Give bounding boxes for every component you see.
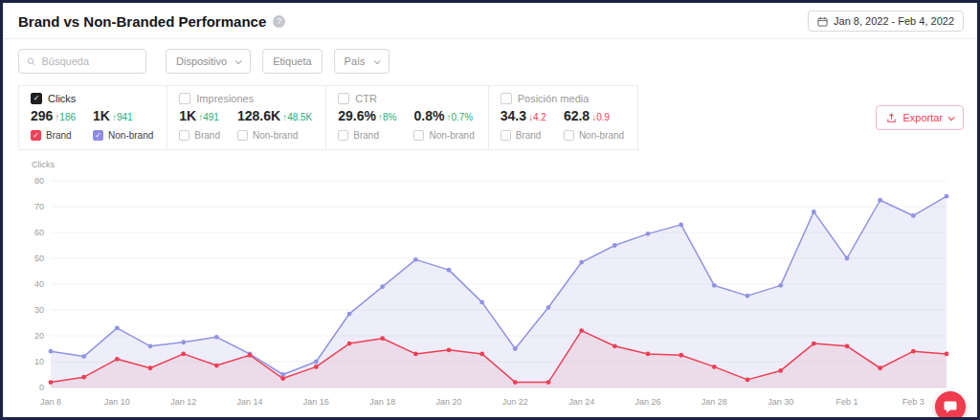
nonbrand-value: 0.8% bbox=[413, 108, 444, 123]
chevron-down-icon bbox=[948, 114, 955, 121]
device-select[interactable]: Dispositivo bbox=[166, 49, 251, 74]
nonbrand-toggle[interactable]: Non-brand bbox=[93, 130, 153, 141]
metric-label: CTR bbox=[355, 93, 377, 104]
metric-toggle-clicks[interactable]: Clicks bbox=[31, 93, 153, 104]
brand-checkbox[interactable] bbox=[338, 130, 348, 141]
svg-text:Feb 3: Feb 3 bbox=[902, 397, 924, 407]
calendar-icon bbox=[817, 16, 828, 27]
clicks-checkbox[interactable] bbox=[31, 93, 42, 104]
export-button[interactable]: Exportar bbox=[876, 105, 964, 130]
avg-position-checkbox[interactable] bbox=[501, 93, 512, 104]
metric-toggle-impressions[interactable]: Impresiones bbox=[179, 93, 312, 104]
search-icon bbox=[27, 56, 36, 67]
chevron-down-icon bbox=[373, 57, 380, 64]
brand-value: 29.6% bbox=[338, 108, 376, 123]
nonbrand-toggle[interactable]: Non-brand bbox=[413, 130, 474, 141]
brand-delta: ↓4.2 bbox=[528, 112, 546, 122]
metric-card-avg-position: Posición media 34.3↓4.2 Brand 62.8↓0.9 N… bbox=[489, 86, 637, 149]
svg-text:40: 40 bbox=[34, 279, 44, 289]
brand-checkbox[interactable] bbox=[501, 130, 511, 141]
metric-toggle-ctr[interactable]: CTR bbox=[338, 93, 474, 104]
chat-bubble-icon bbox=[943, 399, 958, 414]
svg-text:Jan 26: Jan 26 bbox=[635, 397, 660, 407]
svg-text:Jan 16: Jan 16 bbox=[303, 397, 329, 407]
svg-text:70: 70 bbox=[34, 202, 44, 211]
metric-label: Posición media bbox=[518, 93, 590, 104]
impressions-checkbox[interactable] bbox=[179, 93, 190, 104]
svg-text:Jan 8: Jan 8 bbox=[40, 397, 61, 407]
svg-text:Jan 30: Jan 30 bbox=[768, 397, 793, 407]
metric-card-impressions: Impresiones 1K↑491 Brand 128.6K↑48.5K No… bbox=[167, 86, 326, 149]
brand-checkbox[interactable] bbox=[179, 130, 189, 141]
brand-value: 296 bbox=[31, 108, 53, 123]
svg-text:Jan 18: Jan 18 bbox=[369, 397, 395, 407]
metric-cards: Clicks 296↑186 Brand 1K↑941 Non-brand bbox=[18, 85, 638, 150]
nonbrand-value: 62.8 bbox=[564, 108, 590, 123]
chart-y-axis-label: Clicks bbox=[32, 160, 962, 169]
svg-text:0: 0 bbox=[39, 383, 44, 392]
nonbrand-checkbox[interactable] bbox=[93, 130, 103, 141]
filter-bar: Dispositivo Etiqueta País bbox=[3, 39, 977, 83]
metric-toggle-avg-position[interactable]: Posición media bbox=[501, 93, 624, 104]
performance-line-chart[interactable]: 01020304050607080Jan 8Jan 10Jan 12Jan 14… bbox=[18, 171, 962, 412]
svg-text:80: 80 bbox=[34, 176, 44, 186]
svg-text:Feb 1: Feb 1 bbox=[835, 397, 858, 407]
nonbrand-toggle[interactable]: Non-brand bbox=[564, 130, 624, 141]
brand-delta: ↑491 bbox=[198, 112, 219, 122]
page-title: Brand vs Non-Branded Performance bbox=[18, 13, 266, 30]
metric-label: Clicks bbox=[48, 93, 76, 104]
svg-text:Jan 24: Jan 24 bbox=[568, 397, 594, 407]
metric-card-ctr: CTR 29.6%↑8% Brand 0.8%↑0.7% Non-brand bbox=[326, 86, 488, 149]
brand-toggle[interactable]: Brand bbox=[501, 130, 546, 141]
brand-toggle[interactable]: Brand bbox=[179, 130, 220, 141]
svg-text:Jan 12: Jan 12 bbox=[170, 397, 196, 407]
chart-section: Clicks 01020304050607080Jan 8Jan 10Jan 1… bbox=[3, 150, 977, 412]
svg-text:Jan 28: Jan 28 bbox=[702, 397, 727, 407]
country-select-label: País bbox=[345, 55, 366, 67]
svg-text:30: 30 bbox=[34, 305, 44, 315]
svg-text:10: 10 bbox=[34, 357, 44, 366]
svg-text:Jun 22: Jun 22 bbox=[502, 397, 528, 407]
country-select[interactable]: País bbox=[334, 49, 390, 74]
brand-delta: ↑186 bbox=[55, 112, 76, 122]
nonbrand-checkbox[interactable] bbox=[237, 130, 248, 141]
svg-text:20: 20 bbox=[34, 331, 44, 341]
metric-values: 296↑186 Brand 1K↑941 Non-brand bbox=[31, 108, 153, 141]
svg-text:Jan 10: Jan 10 bbox=[104, 397, 130, 407]
search-input[interactable] bbox=[42, 55, 138, 67]
metric-values: 34.3↓4.2 Brand 62.8↓0.9 Non-brand bbox=[501, 108, 624, 141]
export-label: Exportar bbox=[902, 112, 943, 123]
metric-label: Impresiones bbox=[196, 93, 254, 104]
svg-text:50: 50 bbox=[34, 254, 44, 263]
brand-toggle[interactable]: Brand bbox=[31, 130, 76, 141]
brand-value: 1K bbox=[179, 108, 196, 123]
brand-toggle[interactable]: Brand bbox=[338, 130, 396, 141]
brand-checkbox[interactable] bbox=[31, 130, 41, 141]
metric-card-clicks: Clicks 296↑186 Brand 1K↑941 Non-brand bbox=[19, 86, 167, 149]
nonbrand-toggle[interactable]: Non-brand bbox=[237, 130, 312, 141]
device-select-label: Dispositivo bbox=[176, 55, 227, 67]
brand-delta: ↑8% bbox=[378, 112, 396, 122]
nonbrand-delta: ↑941 bbox=[112, 112, 133, 122]
date-range-label: Jan 8, 2022 - Feb 4, 2022 bbox=[834, 15, 954, 27]
nonbrand-value: 1K bbox=[93, 108, 110, 123]
nonbrand-delta: ↑0.7% bbox=[446, 112, 473, 122]
tag-select-label: Etiqueta bbox=[273, 55, 311, 67]
metric-values: 1K↑491 Brand 128.6K↑48.5K Non-brand bbox=[179, 108, 312, 141]
date-range-button[interactable]: Jan 8, 2022 - Feb 4, 2022 bbox=[808, 11, 964, 32]
brand-value: 34.3 bbox=[501, 108, 526, 123]
nonbrand-checkbox[interactable] bbox=[564, 130, 574, 141]
chat-fab[interactable] bbox=[935, 391, 966, 420]
nonbrand-checkbox[interactable] bbox=[413, 130, 424, 141]
export-icon bbox=[886, 113, 897, 123]
nonbrand-delta: ↑48.5K bbox=[282, 112, 312, 122]
dashboard-page: Brand vs Non-Branded Performance ? Jan 8… bbox=[0, 0, 980, 420]
svg-text:60: 60 bbox=[34, 228, 44, 237]
search-box[interactable] bbox=[18, 49, 146, 74]
svg-text:Jan 20: Jan 20 bbox=[435, 397, 461, 407]
metric-values: 29.6%↑8% Brand 0.8%↑0.7% Non-brand bbox=[338, 108, 474, 141]
tag-select[interactable]: Etiqueta bbox=[262, 49, 322, 74]
ctr-checkbox[interactable] bbox=[338, 93, 349, 104]
help-icon[interactable]: ? bbox=[273, 15, 285, 28]
header: Brand vs Non-Branded Performance ? Jan 8… bbox=[3, 3, 977, 39]
